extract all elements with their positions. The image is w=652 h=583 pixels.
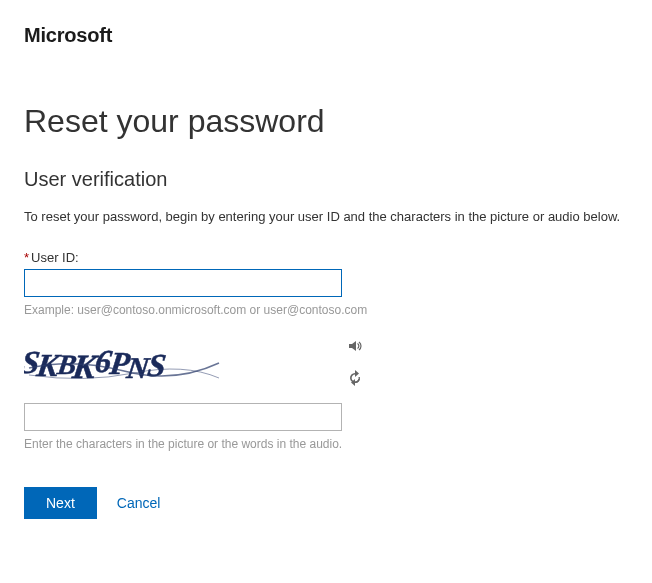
captcha-svg: SKBK6PNS (24, 333, 224, 393)
button-row: Next Cancel (24, 487, 628, 519)
user-id-label-row: *User ID: (24, 250, 628, 265)
brand-logo: Microsoft (24, 24, 628, 47)
user-id-input[interactable] (24, 269, 342, 297)
instruction-text: To reset your password, begin by enterin… (24, 209, 628, 224)
page-title: Reset your password (24, 103, 628, 140)
user-id-example: Example: user@contoso.onmicrosoft.com or… (24, 303, 628, 317)
svg-text:SKBK6PNS: SKBK6PNS (24, 343, 170, 385)
required-asterisk: * (24, 250, 29, 265)
subheading-user-verification: User verification (24, 168, 628, 191)
refresh-icon[interactable] (346, 369, 364, 387)
cancel-button[interactable]: Cancel (117, 495, 161, 511)
captcha-image: SKBK6PNS (24, 333, 224, 393)
captcha-hint: Enter the characters in the picture or t… (24, 437, 628, 451)
next-button[interactable]: Next (24, 487, 97, 519)
user-id-label: User ID: (31, 250, 79, 265)
audio-icon[interactable] (346, 337, 364, 355)
captcha-row: SKBK6PNS (24, 333, 364, 393)
captcha-controls (346, 333, 364, 387)
captcha-input[interactable] (24, 403, 342, 431)
